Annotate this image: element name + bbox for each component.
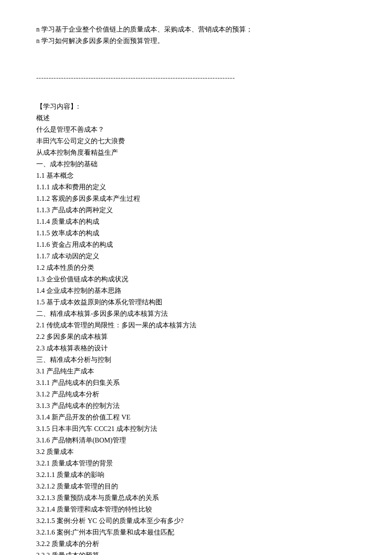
content-line: 3.2.1.4 质量管理和成本管理的特性比较 — [36, 503, 356, 515]
content-line: 3.2.1.5 案例:分析 YC 公司的质量成本至少有多少? — [36, 515, 356, 526]
content-line: 3.1.3 产品纯成本的控制方法 — [36, 400, 356, 411]
section-divider: ----------------------------------------… — [36, 72, 356, 84]
content-line: 1.3 企业价值链成本的构成状况 — [36, 273, 356, 285]
content-line: 3.2.3 质量成本的预算 — [36, 549, 356, 555]
content-line: 什么是管理不善成本？ — [36, 124, 356, 135]
content-line: 1.1.4 质量成本的构成 — [36, 216, 356, 227]
content-line: 2.1 传统成本管理的局限性：多因一果的成本核算方法 — [36, 319, 356, 331]
content-line: 丰田汽车公司定义的七大浪费 — [36, 135, 356, 147]
content-line: 概述 — [36, 112, 356, 124]
intro-line: n 学习基于企业整个价值链上的质量成本、采购成本、营销成本的预算； — [36, 23, 356, 35]
content-line: 从成本控制角度看精益生产 — [36, 147, 356, 158]
content-line: 1.1.3 产品成本的两种定义 — [36, 204, 356, 216]
content-line: 3.2.1.1 质量成本的影响 — [36, 469, 356, 480]
intro-line: n 学习如何解决多因多果的全面预算管理。 — [36, 35, 356, 46]
content-line: 3.1.4 新产品开发的价值工程 VE — [36, 411, 356, 423]
content-line: 3.1.5 日本丰田汽车 CCC21 成本控制方法 — [36, 423, 356, 434]
document-page: n 学习基于企业整个价值链上的质量成本、采购成本、营销成本的预算； n 学习如何… — [0, 0, 392, 555]
content-line: 一、成本控制的基础 — [36, 158, 356, 170]
content-line: 1.1.6 资金占用成本的构成 — [36, 239, 356, 250]
content-line: 3.1.6 产品物料清单(BOM)管理 — [36, 434, 356, 446]
content-line: 3.2 质量成本 — [36, 446, 356, 457]
content-line: 3.2.1 质量成本管理的背景 — [36, 457, 356, 469]
content-line: 3.1.1 产品纯成本的归集关系 — [36, 377, 356, 388]
content-line: 1.1 基本概念 — [36, 170, 356, 181]
section-title: 【学习内容】: — [36, 101, 356, 112]
content-line: 1.1.2 客观的多因多果成本产生过程 — [36, 193, 356, 204]
content-line: 1.2 成本性质的分类 — [36, 262, 356, 273]
content-line: 2.3 成本核算表格的设计 — [36, 342, 356, 354]
content-line: 2.2 多因多果的成本核算 — [36, 331, 356, 342]
content-line: 3.1 产品纯生产成本 — [36, 365, 356, 377]
content-line: 三、精准成本分析与控制 — [36, 354, 356, 365]
content-line: 1.1.7 成本动因的定义 — [36, 250, 356, 262]
content-line: 1.4 企业成本控制的基本思路 — [36, 285, 356, 296]
content-line: 3.1.2 产品纯成本分析 — [36, 388, 356, 400]
content-line: 二、精准成本核算-多因多果的成本核算方法 — [36, 308, 356, 319]
content-line: 3.2.2 质量成本的分析 — [36, 538, 356, 549]
content-line: 1.1.1 成本和费用的定义 — [36, 181, 356, 193]
content-line: 3.2.1.2 质量成本管理的目的 — [36, 480, 356, 492]
content-line: 3.2.1.6 案例:广州本田汽车质量和成本最佳匹配 — [36, 526, 356, 538]
content-line: 1.1.5 效率成本的构成 — [36, 227, 356, 239]
content-line: 3.2.1.3 质量预防成本与质量总成本的关系 — [36, 492, 356, 503]
content-line: 1.5 基于成本效益原则的体系化管理结构图 — [36, 296, 356, 308]
